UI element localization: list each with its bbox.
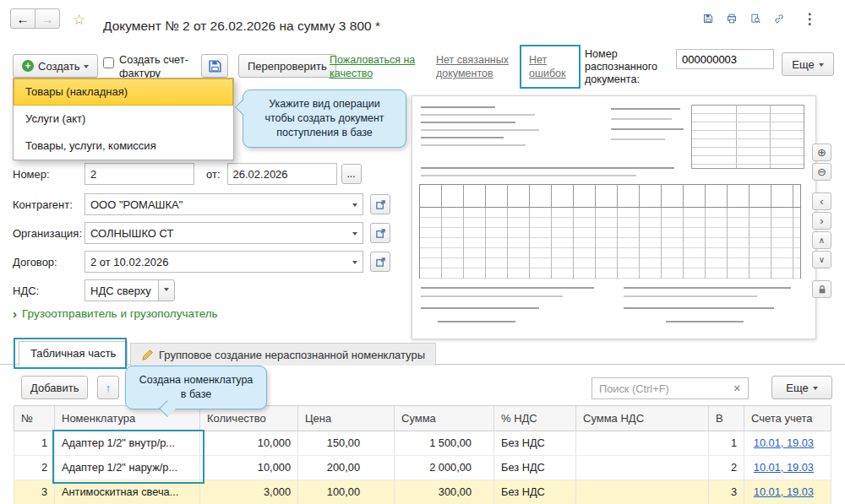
no-linked-documents-link[interactable]: Нет связанных документов	[436, 53, 522, 81]
accounts-link[interactable]: 10.01, 19.03	[754, 461, 814, 474]
contract-field[interactable]: 2 от 10.02.2026	[84, 251, 363, 273]
back-button[interactable]: ←	[10, 8, 35, 29]
tab-tabular-part[interactable]: Табличная часть	[19, 341, 128, 366]
recognized-number-input[interactable]	[676, 49, 774, 69]
cell-price[interactable]: 150,00	[298, 431, 395, 455]
cell-quantity[interactable]: 3,000	[200, 480, 298, 504]
chevron-down-icon	[813, 387, 818, 393]
column-number[interactable]: №	[14, 406, 55, 431]
more-button-top[interactable]: Еще	[782, 52, 834, 76]
form-row-organization: Организация: СОЛНЫШКО СТ	[13, 222, 390, 244]
cell-number[interactable]: 1	[14, 431, 55, 455]
created-hint-tooltip: Создана номенклатура в базе	[125, 366, 267, 409]
cell-number[interactable]: 3	[14, 480, 55, 504]
cell-v[interactable]: 1	[709, 431, 744, 455]
column-vat-rate[interactable]: % НДС	[494, 406, 576, 431]
cell-price[interactable]: 200,00	[298, 456, 395, 480]
date-input[interactable]: 26.02.2026	[227, 163, 337, 185]
number-input[interactable]: 2	[84, 163, 194, 185]
counterparty-field[interactable]: ООО "РОМАШКА"	[84, 193, 363, 215]
save-icon[interactable]	[698, 8, 718, 29]
date-value: 26.02.2026	[233, 168, 288, 181]
cell-vat-rate[interactable]: Без НДС	[494, 480, 576, 504]
contract-value: 2 от 10.02.2026	[90, 256, 168, 268]
menu-item-services-act[interactable]: Услуги (акт)	[14, 106, 233, 133]
more-vertical-icon[interactable]: ⋮	[799, 8, 820, 29]
chevron-down-icon[interactable]	[352, 203, 357, 209]
menu-item-goods-services-commission[interactable]: Товары, услуги, комиссия	[14, 133, 233, 160]
save-document-button[interactable]	[201, 54, 228, 78]
document-preview[interactable]	[412, 95, 816, 339]
zoom-out-button[interactable]: ⊖	[812, 163, 831, 181]
accounts-link[interactable]: 10.01, 19.03	[754, 436, 814, 449]
organization-open-button[interactable]	[370, 223, 390, 243]
recheck-button[interactable]: Перепроверить	[238, 54, 336, 78]
form-row-contract: Договор: 2 от 10.02.2026	[13, 251, 390, 273]
page-title: Документ № 2 от 26.02.2026 на сумму 3 80…	[103, 19, 380, 34]
column-accounts[interactable]: Счета учета	[744, 406, 831, 431]
accounts-link[interactable]: 10.01, 19.03	[754, 485, 814, 498]
column-v[interactable]: В	[709, 406, 744, 431]
chevron-down-icon[interactable]	[352, 232, 357, 238]
scroll-down-button[interactable]: ∨	[812, 251, 831, 268]
cell-number[interactable]: 2	[14, 456, 55, 480]
operation-hint-tooltip: Укажите вид операции чтобы создать докум…	[243, 89, 406, 148]
table-row[interactable]: 2 Адаптер 1/2" наруж/р... 10,000 200,00 …	[14, 456, 831, 480]
cell-vat-rate[interactable]: Без НДС	[494, 431, 576, 455]
menu-item-goods-invoice[interactable]: Товары (накладная)	[14, 79, 233, 106]
move-up-button[interactable]: ↑	[97, 376, 119, 399]
clear-search-icon[interactable]: ×	[728, 379, 745, 398]
forward-button[interactable]: →	[35, 8, 60, 29]
chevron-down-icon[interactable]	[352, 261, 357, 267]
cell-nomenclature[interactable]: Антимоскитная свеча...	[55, 480, 200, 504]
cell-v[interactable]: 3	[709, 480, 744, 504]
counterparty-open-button[interactable]	[370, 194, 390, 214]
vat-field[interactable]: НДС сверху	[84, 279, 159, 301]
table-row[interactable]: 3 Антимоскитная свеча... 3,000 100,00 30…	[14, 480, 831, 504]
favorite-star-icon[interactable]: ☆	[73, 11, 85, 29]
contract-open-button[interactable]	[370, 252, 390, 272]
no-errors-link[interactable]: Нет ошибок	[529, 53, 573, 81]
date-picker-button[interactable]: ...	[341, 164, 362, 184]
number-value: 2	[90, 168, 96, 181]
cell-nomenclature[interactable]: Адаптер 1/2" внутр/р...	[55, 431, 200, 455]
cell-vat-sum[interactable]	[576, 456, 709, 480]
create-invoice-label[interactable]: Создать счет-фактуру	[119, 53, 199, 80]
column-sum[interactable]: Сумма	[395, 406, 494, 431]
cell-quantity[interactable]: 10,000	[200, 456, 298, 480]
scroll-up-button[interactable]: ∧	[812, 231, 831, 249]
print-icon[interactable]	[722, 8, 742, 29]
cell-price[interactable]: 100,00	[298, 480, 395, 504]
cell-sum[interactable]: 1 500,00	[395, 431, 494, 455]
more-button-table-label: Еще	[786, 382, 808, 394]
add-row-button[interactable]: Добавить	[21, 376, 88, 399]
table-row[interactable]: 1 Адаптер 1/2" внутр/р... 10,000 150,00 …	[14, 431, 831, 456]
search-input[interactable]	[592, 377, 749, 399]
column-price[interactable]: Цена	[298, 406, 395, 431]
cell-vat-rate[interactable]: Без НДС	[494, 456, 576, 480]
cell-vat-sum[interactable]	[576, 431, 709, 455]
link-icon[interactable]	[769, 8, 789, 29]
complain-quality-link[interactable]: Пожаловаться на качество	[330, 53, 429, 81]
create-invoice-checkbox[interactable]	[103, 57, 114, 68]
cell-vat-sum[interactable]	[576, 480, 709, 504]
consignor-group-link[interactable]: › Грузоотправитель и грузополучатель	[13, 306, 218, 321]
column-vat-sum[interactable]: Сумма НДС	[576, 406, 709, 431]
vat-dropdown-button[interactable]	[158, 279, 175, 301]
tab-group-creation[interactable]: Групповое создание нераспознанной номенк…	[130, 343, 436, 366]
zoom-in-button[interactable]: ⊕	[812, 144, 831, 161]
cell-nomenclature[interactable]: Адаптер 1/2" наруж/р...	[55, 456, 200, 480]
organization-field[interactable]: СОЛНЫШКО СТ	[84, 222, 363, 244]
column-nomenclature[interactable]: Номенклатура	[55, 406, 200, 431]
page-next-button[interactable]: ›	[812, 212, 831, 230]
preview-search-icon[interactable]	[745, 8, 766, 29]
create-button[interactable]: + Создать	[13, 54, 98, 78]
cell-sum[interactable]: 300,00	[395, 480, 494, 504]
more-button-table[interactable]: Еще	[771, 376, 832, 399]
column-quantity[interactable]: Количество	[200, 406, 298, 431]
cell-quantity[interactable]: 10,000	[200, 431, 298, 455]
cell-v[interactable]: 2	[709, 456, 744, 480]
cell-sum[interactable]: 2 000,00	[395, 456, 494, 480]
page-prev-button[interactable]: ‹	[812, 192, 831, 210]
lock-icon[interactable]	[812, 280, 831, 298]
